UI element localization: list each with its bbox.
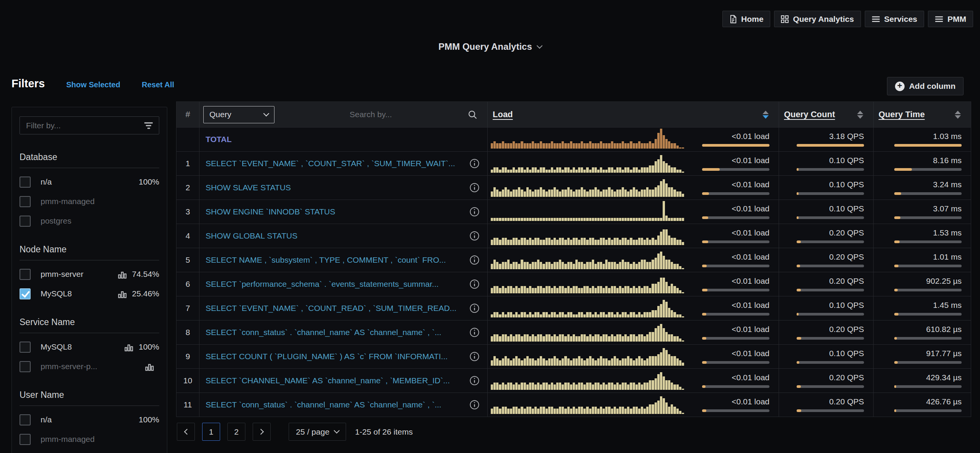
reset-all-link[interactable]: Reset All	[142, 80, 174, 89]
load-bar	[702, 385, 769, 388]
table-search	[278, 110, 477, 119]
filter-item[interactable]: MySQL8100%	[20, 341, 159, 353]
info-icon[interactable]	[469, 279, 480, 289]
info-icon[interactable]	[469, 159, 480, 169]
nav-query-analytics-label: Query Analytics	[793, 15, 854, 24]
filter-item[interactable]: pmm-managed	[20, 433, 159, 445]
query-link[interactable]: SELECT `EVENT_NAME` , `COUNT_STAR` , `SU…	[206, 159, 455, 168]
filter-item[interactable]: pmm-server74.54%	[20, 268, 159, 280]
checkbox[interactable]	[20, 196, 31, 207]
load-bar	[702, 313, 769, 316]
query-link[interactable]: SHOW ENGINE `INNODB` STATUS	[206, 207, 335, 216]
query-link[interactable]: SELECT `EVENT_NAME` , `COUNT_READ` , `SU…	[206, 304, 456, 313]
query-time-bar	[894, 240, 962, 243]
query-link[interactable]: SELECT `performance_schema` . `events_st…	[206, 280, 439, 289]
info-icon[interactable]	[469, 352, 480, 362]
checkbox[interactable]	[20, 414, 31, 425]
load-sparkline	[491, 250, 684, 269]
nav-services-label: Services	[884, 15, 917, 24]
filter-section-title: Node Name	[20, 244, 159, 255]
page-1-button[interactable]: 1	[202, 423, 220, 441]
section-divider	[20, 260, 159, 260]
next-page-button[interactable]	[253, 423, 271, 441]
nav-home-button[interactable]: Home	[722, 11, 770, 27]
table-search-input[interactable]	[278, 110, 464, 119]
load-bar	[702, 240, 769, 243]
bar-chart-icon[interactable]	[118, 289, 127, 298]
filter-item[interactable]: pmm-server-p...	[20, 361, 159, 372]
query-time-header-label[interactable]: Query Time	[879, 110, 925, 119]
query-link[interactable]: SELECT `conn_status` . `channel_name` AS…	[206, 328, 441, 337]
bar-chart-icon[interactable]	[145, 362, 154, 371]
info-icon[interactable]	[469, 400, 480, 410]
query-dimension-select[interactable]: Query	[203, 106, 274, 123]
query-link[interactable]: SHOW SLAVE STATUS	[206, 183, 291, 192]
page-2-button[interactable]: 2	[227, 423, 245, 441]
page-title-text: PMM Query Analytics	[438, 41, 532, 52]
query-time-cell: 1.45 ms	[873, 296, 971, 320]
qan-page: Home Query Analytics Services PMM PMM Qu…	[0, 0, 980, 453]
checkbox[interactable]	[20, 342, 31, 353]
checkbox[interactable]	[20, 177, 31, 188]
nav-pmm-button[interactable]: PMM	[928, 11, 973, 27]
query-link[interactable]: SELECT `conn_status` . `channel_name` AS…	[206, 400, 441, 409]
nav-query-analytics-button[interactable]: Query Analytics	[774, 11, 861, 27]
prev-page-button[interactable]	[177, 423, 195, 441]
section-divider	[20, 333, 159, 333]
info-icon[interactable]	[469, 376, 480, 386]
query-table: # Query Load Query Count	[176, 101, 971, 417]
query-time-cell: 3.24 ms	[873, 176, 971, 200]
query-link[interactable]: SHOW GLOBAL STATUS	[206, 231, 297, 240]
load-sparkline	[491, 371, 684, 390]
sort-query-time[interactable]	[955, 111, 961, 119]
filter-item[interactable]: postgres	[20, 215, 159, 227]
query-count-value: 0.20 QPS	[829, 252, 864, 262]
info-icon[interactable]	[469, 327, 480, 338]
info-icon[interactable]	[469, 183, 480, 193]
checkbox[interactable]	[20, 361, 31, 372]
filter-item-label: postgres	[41, 216, 72, 226]
query-count-header-label[interactable]: Query Count	[784, 110, 835, 119]
query-time-value: 1.45 ms	[933, 301, 962, 310]
checkbox-checked[interactable]	[20, 288, 31, 299]
table-row: 10SELECT `CHANNEL_NAME` AS `channel_name…	[176, 368, 971, 392]
filter-item[interactable]: pmm-managed	[20, 196, 159, 207]
nav-services-button[interactable]: Services	[865, 11, 924, 27]
checkbox[interactable]	[20, 434, 31, 445]
page-size-select[interactable]: 25 / page	[289, 423, 346, 441]
query-count-value: 0.10 QPS	[829, 156, 864, 165]
sort-query-count[interactable]	[857, 111, 863, 119]
load-value: <0.01 load	[732, 180, 769, 189]
query-link[interactable]: SELECT COUNT ( `PLUGIN_NAME` ) AS `c` FR…	[206, 352, 448, 361]
bar-chart-icon[interactable]	[124, 343, 133, 352]
query-link[interactable]: SELECT `CHANNEL_NAME` AS `channel_name` …	[206, 376, 450, 385]
info-icon[interactable]	[469, 231, 480, 241]
query-link[interactable]: SELECT NAME , `subsystem` , TYPE , COMME…	[206, 255, 446, 265]
page-title[interactable]: PMM Query Analytics	[0, 41, 980, 52]
info-icon[interactable]	[469, 255, 480, 265]
load-header-label[interactable]: Load	[493, 110, 513, 119]
load-value: <0.01 load	[732, 276, 769, 286]
add-column-button[interactable]: + Add column	[887, 77, 964, 95]
bar-chart-icon[interactable]	[118, 270, 127, 279]
load-value: <0.01 load	[732, 204, 769, 213]
search-icon[interactable]	[468, 110, 477, 119]
load-cell: <0.01 load	[487, 393, 779, 417]
filter-item[interactable]: MySQL825.46%	[20, 288, 159, 299]
rank-cell: 8	[176, 321, 199, 344]
filter-section-title: Service Name	[20, 317, 159, 327]
info-icon[interactable]	[469, 207, 480, 217]
filter-item[interactable]: n/a100%	[20, 176, 159, 188]
checkbox[interactable]	[20, 269, 31, 280]
table-row: 6SELECT `performance_schema` . `events_s…	[176, 272, 971, 296]
sort-load[interactable]	[763, 111, 769, 119]
show-selected-link[interactable]: Show Selected	[66, 80, 120, 89]
checkbox[interactable]	[20, 216, 31, 227]
query-time-bar	[894, 216, 962, 219]
filter-search-input[interactable]	[20, 117, 159, 134]
load-value: <0.01 load	[732, 325, 769, 334]
info-icon[interactable]	[469, 303, 480, 314]
total-link[interactable]: TOTAL	[206, 135, 232, 144]
query-time-bar	[894, 313, 962, 316]
filter-item[interactable]: n/a100%	[20, 414, 159, 425]
